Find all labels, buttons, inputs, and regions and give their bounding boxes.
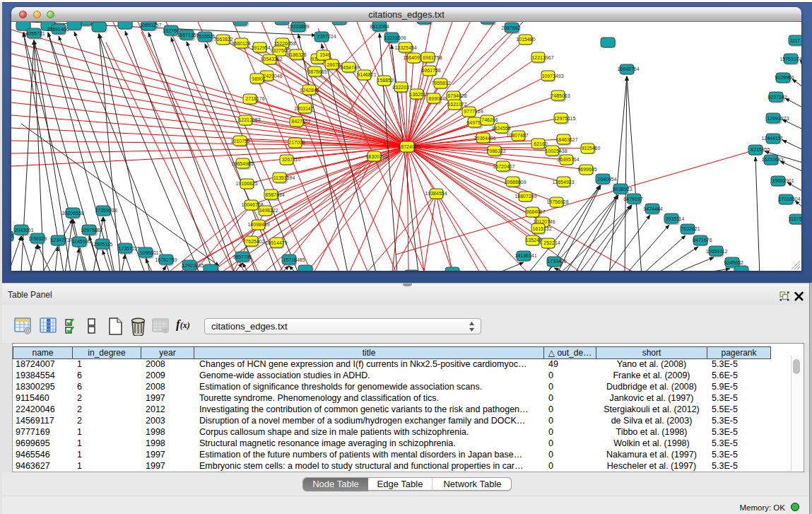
svg-text:10807487: 10807487 xyxy=(506,133,528,138)
svg-text:9660124: 9660124 xyxy=(231,41,250,46)
svg-text:15716485: 15716485 xyxy=(283,257,305,262)
svg-text:1621072: 1621072 xyxy=(447,102,466,107)
svg-text:252214: 252214 xyxy=(543,240,560,245)
svg-text:1546: 1546 xyxy=(319,52,331,57)
svg-text:10653257: 10653257 xyxy=(139,23,161,28)
svg-text:7625402: 7625402 xyxy=(245,239,264,244)
svg-text:18724007: 18724007 xyxy=(398,144,420,149)
svg-text:17016504: 17016504 xyxy=(778,197,800,201)
svg-text:12975115: 12975115 xyxy=(554,116,576,121)
svg-text:8471676: 8471676 xyxy=(693,238,712,243)
svg-text:12342737: 12342737 xyxy=(50,238,72,243)
svg-text:9777169: 9777169 xyxy=(464,109,483,114)
svg-text:9227342: 9227342 xyxy=(767,95,787,100)
svg-text:18807249: 18807249 xyxy=(514,194,536,199)
svg-text:2935114: 2935114 xyxy=(666,216,685,221)
svg-text:10958117: 10958117 xyxy=(140,250,162,255)
svg-text:13654923: 13654923 xyxy=(552,180,574,185)
svg-text:2718176: 2718176 xyxy=(245,96,264,101)
svg-text:7986322: 7986322 xyxy=(486,148,505,153)
svg-text:12093873: 12093873 xyxy=(767,116,789,121)
svg-text:19384554: 19384554 xyxy=(425,191,447,196)
svg-text:14098489: 14098489 xyxy=(247,222,269,227)
svg-text:9699695: 9699695 xyxy=(577,167,596,172)
svg-text:1615132: 1615132 xyxy=(532,226,551,231)
svg-text:8938923: 8938923 xyxy=(613,187,632,192)
svg-text:10975887: 10975887 xyxy=(81,228,102,233)
svg-text:16782759: 16782759 xyxy=(155,257,177,262)
svg-text:9474444: 9474444 xyxy=(643,206,662,211)
svg-text:7663822: 7663822 xyxy=(213,37,233,42)
svg-text:6961758: 6961758 xyxy=(423,55,442,60)
svg-text:8587834: 8587834 xyxy=(265,192,284,197)
svg-text:8215955: 8215955 xyxy=(751,147,770,152)
svg-text:1145190: 1145190 xyxy=(72,239,91,244)
svg-text:8990448: 8990448 xyxy=(428,96,447,101)
svg-text:1117: 1117 xyxy=(790,38,801,43)
svg-text:7485063: 7485063 xyxy=(551,93,570,98)
svg-text:6961758: 6961758 xyxy=(421,68,440,73)
svg-text:2803147: 2803147 xyxy=(294,106,313,111)
svg-text:9684067: 9684067 xyxy=(526,209,545,214)
svg-text:6479197: 6479197 xyxy=(623,197,642,201)
svg-text:17357225: 17357225 xyxy=(118,246,140,251)
svg-text:18463627: 18463627 xyxy=(555,137,577,142)
svg-text:9657791: 9657791 xyxy=(233,255,252,259)
svg-text:26495764: 26495764 xyxy=(557,157,579,162)
svg-text:1167539: 1167539 xyxy=(789,216,801,221)
svg-text:8186328: 8186328 xyxy=(287,52,306,57)
svg-text:1156829: 1156829 xyxy=(28,236,47,241)
svg-text:98901: 98901 xyxy=(252,76,266,81)
svg-text:9129966: 9129966 xyxy=(775,75,794,80)
svg-text:62160: 62160 xyxy=(534,141,548,146)
svg-text:8322037: 8322037 xyxy=(392,85,411,90)
svg-text:19654985: 19654985 xyxy=(231,161,253,166)
svg-text:9242843: 9242843 xyxy=(300,88,319,93)
svg-text:8427552: 8427552 xyxy=(291,119,310,124)
svg-text:7632621: 7632621 xyxy=(681,226,700,231)
svg-text:7955812: 7955812 xyxy=(431,81,450,86)
svg-text:14136141: 14136141 xyxy=(514,253,536,258)
svg-text:6794028: 6794028 xyxy=(447,93,466,98)
svg-text:3875685: 3875685 xyxy=(307,69,326,74)
svg-text:746266: 746266 xyxy=(481,117,498,122)
svg-text:20206538: 20206538 xyxy=(61,211,83,216)
svg-text:15751074: 15751074 xyxy=(779,57,801,62)
svg-text:13325454: 13325454 xyxy=(394,45,416,50)
svg-text:12444151: 12444151 xyxy=(761,136,783,141)
svg-text:13218506: 13218506 xyxy=(384,35,406,40)
svg-text:2087682: 2087682 xyxy=(501,25,520,30)
svg-text:3912954: 3912954 xyxy=(251,45,270,50)
svg-text:10973493: 10973493 xyxy=(541,74,563,78)
svg-text:18300295: 18300295 xyxy=(365,154,387,159)
svg-text:15720407: 15720407 xyxy=(493,164,514,169)
svg-text:10543382: 10543382 xyxy=(260,57,282,62)
svg-text:8813054: 8813054 xyxy=(370,24,389,29)
svg-text:12923465: 12923465 xyxy=(182,263,204,268)
svg-text:1362615: 1362615 xyxy=(409,92,428,97)
svg-text:1015480: 1015480 xyxy=(516,37,535,42)
svg-text:12213383: 12213383 xyxy=(238,117,260,122)
svg-text:7515526: 7515526 xyxy=(196,34,215,39)
svg-text:11353594: 11353594 xyxy=(273,175,295,180)
svg-text:10033809: 10033809 xyxy=(287,24,309,29)
svg-text:20364436: 20364436 xyxy=(473,136,495,141)
svg-text:3267110: 3267110 xyxy=(282,157,301,162)
svg-text:3498222: 3498222 xyxy=(259,208,278,213)
svg-text:14055721: 14055721 xyxy=(23,31,45,36)
svg-text:10688609: 10688609 xyxy=(504,180,526,185)
svg-text:17359938: 17359938 xyxy=(95,208,117,213)
svg-text:3824554: 3824554 xyxy=(491,126,510,131)
svg-text:16210643: 16210643 xyxy=(761,157,783,162)
svg-text:217006: 217006 xyxy=(288,140,305,145)
svg-text:16648764: 16648764 xyxy=(617,66,639,71)
svg-text:12505115: 12505115 xyxy=(91,242,113,247)
svg-text:10025438: 10025438 xyxy=(545,148,567,153)
svg-text:1010755: 1010755 xyxy=(230,139,249,144)
svg-text:8454749: 8454749 xyxy=(340,65,359,70)
svg-text:20691406: 20691406 xyxy=(47,27,69,32)
svg-text:9245652: 9245652 xyxy=(724,260,743,265)
svg-text:19756928: 19756928 xyxy=(546,199,568,204)
svg-text:2043001: 2043001 xyxy=(14,228,33,233)
svg-text:1588520: 1588520 xyxy=(377,78,396,83)
